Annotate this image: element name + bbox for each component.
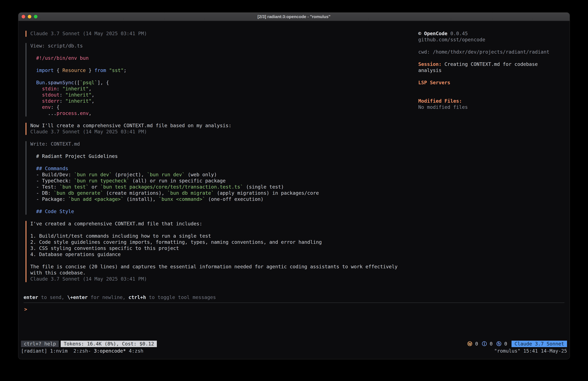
token: The file is concise (20 lines) and captu… <box>30 264 398 269</box>
text-line: # Radiant Project Guidelines <box>30 153 570 159</box>
spacer <box>18 313 570 341</box>
text-line: Claude 3.7 Sonnet (14 May 2025 03:41 PM) <box>30 276 570 282</box>
info-count: ⓘ 0 <box>482 341 493 347</box>
terminal-window: [2/3] radiant:3:opencode - "romulus" Cla… <box>18 12 570 359</box>
warning-value: 0 <box>475 341 478 347</box>
token: #!/usr/bin/env bun <box>30 55 89 61</box>
token: Now I'll create a comprehensive CONTEXT.… <box>30 123 231 129</box>
text-line <box>30 227 570 233</box>
window-title: [2/3] radiant:3:opencode - "romulus" <box>18 14 570 19</box>
token: , <box>89 86 91 92</box>
token: `bun test` <box>60 184 89 190</box>
text-line <box>30 202 570 209</box>
token: Resource <box>63 67 86 73</box>
token: 4. Database operations guidance <box>30 251 121 257</box>
token: , <box>89 111 91 116</box>
editor-help-line: enter to send, \+enter for newline, ctrl… <box>23 294 565 301</box>
token: - TypeCheck: <box>30 178 74 184</box>
token: ## Commands <box>30 166 68 171</box>
tool-bar <box>25 43 26 116</box>
screen: [2/3] radiant:3:opencode - "romulus" Cla… <box>0 0 588 381</box>
token: from <box>94 67 106 73</box>
token: (install), <box>124 196 159 202</box>
text-line <box>30 159 570 166</box>
token: Claude 3.7 Sonnet (14 May 2025 03:41 PM) <box>30 31 147 37</box>
token: or <box>89 184 100 190</box>
token: ctrl+h <box>128 294 146 300</box>
text-line: - TypeCheck: `bun run typecheck` (all) o… <box>30 178 570 184</box>
token: "inherit" <box>65 92 92 98</box>
token: `bun run dev` <box>74 172 112 178</box>
text-line: Write: CONTEXT.md <box>30 141 570 147</box>
prompt-caret: > <box>24 306 27 312</box>
token: `bun run dev` <box>147 172 185 178</box>
tool-bar <box>25 141 26 215</box>
token: (web only) <box>185 172 217 178</box>
token: "inherit" <box>65 98 92 104</box>
token: - DB: <box>30 190 54 196</box>
cwd-line: cwd: /home/thdxr/dev/projects/radiant/ra… <box>418 49 561 55</box>
tool-lines: Write: CONTEXT.md # Radiant Project Guid… <box>30 141 570 215</box>
token: (project), <box>112 172 147 178</box>
token: { <box>54 67 63 73</box>
tmux-status-line: [radiant] 1:nvim 2:zsh- 3:opencode* 4:zs… <box>18 348 570 354</box>
modified-files-label: Modified Files: <box>418 98 561 104</box>
message-lines: Now I'll create a comprehensive CONTEXT.… <box>30 123 570 135</box>
text-line <box>30 258 570 264</box>
token <box>30 80 36 86</box>
opencode-brand: © OpenCode 0.0.45 <box>418 31 561 37</box>
token: \+enter <box>67 294 88 300</box>
terminal-screen[interactable]: Claude 3.7 Sonnet (14 May 2025 03:41 PM)… <box>18 21 570 359</box>
token: 2. Code style guidelines covering import… <box>30 239 322 245</box>
token: for newline, <box>88 294 128 300</box>
token: : <box>60 92 65 98</box>
token: - Test: <box>30 184 60 190</box>
editor-divider <box>23 303 565 303</box>
token: : <box>60 98 65 104</box>
token: Bun <box>36 80 45 86</box>
token: 3. CSS styling conventions specific to t… <box>30 246 179 251</box>
text-line: Claude 3.7 Sonnet (14 May 2025 03:41 PM) <box>30 129 570 135</box>
token: process <box>57 111 77 116</box>
text-line: - Test: `bun test` or `bun test packages… <box>30 184 570 190</box>
token: View: script/db.ts <box>30 43 83 49</box>
token: I've created a comprehensive CONTEXT.md … <box>30 221 202 227</box>
write-tool-block: Write: CONTEXT.md # Radiant Project Guid… <box>25 141 570 215</box>
token <box>30 92 42 98</box>
prompt-input[interactable]: > <box>23 306 565 313</box>
token: (apply migrations) in packages/core <box>214 190 319 196</box>
token: - Build/Dev: <box>30 172 74 178</box>
token <box>30 104 42 110</box>
text-line: ## Code Style <box>30 209 570 215</box>
token: `bun db generate` <box>54 190 103 196</box>
token: env <box>80 111 89 116</box>
token: # Radiant Project Guidelines <box>30 153 118 159</box>
token: 0.0.45 <box>447 31 468 37</box>
token: (one-off execution) <box>205 196 264 202</box>
token: Claude 3.7 Sonnet (14 May 2025 03:41 PM) <box>30 276 147 282</box>
lsp-servers-label: LSP Servers <box>418 80 561 86</box>
hint-count: ⓗ 0 <box>497 341 507 347</box>
token: with this codebase. <box>30 270 86 276</box>
status-bar: ctrl+? help Tokens: 16.4K (8%), Cost: $0… <box>18 341 570 347</box>
assistant-message-2: I've created a comprehensive CONTEXT.md … <box>25 221 570 282</box>
token: stderr <box>42 98 59 104</box>
token: : { <box>51 104 59 110</box>
token: - Package: <box>30 196 68 202</box>
token: (all) or run in specific package <box>129 178 226 184</box>
warning-count: Ⓦ 0 <box>467 341 478 347</box>
token <box>106 67 109 73</box>
token: env <box>42 104 51 110</box>
token: . <box>45 80 48 86</box>
token: `psql` <box>80 80 97 86</box>
token: ## Code Style <box>30 209 74 214</box>
session-line: Session: Creating CONTEXT.md for codebas… <box>418 61 561 74</box>
token: `bunx <command>` <box>159 196 205 202</box>
tmux-window-list[interactable]: [radiant] 1:nvim 2:zsh- 3:opencode* 4:zs… <box>21 348 144 354</box>
text-line: I've created a comprehensive CONTEXT.md … <box>30 221 570 227</box>
token: : <box>57 86 63 92</box>
github-link[interactable]: github.com/sst/opencode <box>418 37 561 43</box>
sidebar: © OpenCode 0.0.45 github.com/sst/opencod… <box>418 31 561 111</box>
token: Write: CONTEXT.md <box>30 141 80 147</box>
titlebar: [2/3] radiant:3:opencode - "romulus" <box>18 13 570 21</box>
